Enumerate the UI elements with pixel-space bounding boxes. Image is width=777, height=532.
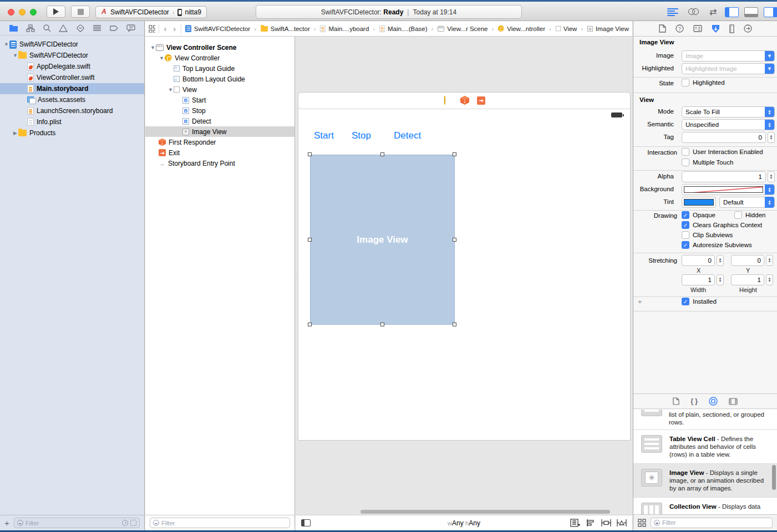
search-navigator-tab-icon[interactable] [43,24,51,32]
stretch-x-field[interactable]: 0 [682,255,715,266]
report-navigator-tab-icon[interactable] [126,24,135,32]
autoresize-subviews-checkbox[interactable]: ✓ [682,241,689,249]
library-item-table-view-partial[interactable]: list of plain, sectioned, or grouped row… [633,410,777,430]
disclosure-triangle-icon[interactable]: ▼ [3,42,9,47]
tree-item-infoplist[interactable]: Info.plist [0,116,144,127]
image-combo-box[interactable]: Image▼ [682,50,775,62]
resize-handle[interactable] [453,238,456,242]
resize-handle[interactable] [453,323,456,326]
resize-handle[interactable] [380,323,384,326]
add-file-button[interactable]: + [4,518,9,528]
opaque-checkbox[interactable]: ✓ [682,211,689,219]
tree-item-assets[interactable]: Assets.xcassets [0,94,144,105]
highlighted-combo-box[interactable]: Highlighted Image▼ [682,63,775,74]
alpha-field[interactable]: 1 [682,171,766,182]
outline-item-first-responder[interactable]: 1 First Responder [145,137,294,147]
exit-icon[interactable]: ⇥ [477,96,485,105]
tree-item-viewcontroller[interactable]: ViewController.swift [0,72,144,83]
disclosure-triangle-icon[interactable]: ▼ [150,45,156,50]
disclosure-triangle-icon[interactable]: ▶ [12,130,18,136]
outline-collapse-handle[interactable] [296,272,296,279]
version-editor-button[interactable]: ⇄ [709,8,717,16]
chevron-down-icon[interactable]: ▼ [765,50,774,62]
forward-button[interactable]: › [171,24,177,33]
stop-button[interactable] [71,6,90,18]
identity-inspector-tab-icon[interactable] [693,25,702,32]
outline-filter-field[interactable] [150,518,290,528]
outline-item-detect-button[interactable]: B Detect [145,116,294,126]
library-item-image-view[interactable]: ✳ Image View - Displays a single image, … [633,464,777,498]
installed-checkbox[interactable]: ✓ [682,298,689,305]
test-navigator-tab-icon[interactable] [76,24,85,33]
clears-graphics-context-checkbox[interactable]: ✓ [682,221,689,229]
library-filter-field[interactable] [651,518,773,528]
outline-filter-input[interactable] [161,520,287,526]
file-template-library-tab-icon[interactable] [673,397,679,405]
tint-color-well[interactable] [682,197,716,208]
zoom-window-button[interactable] [30,9,37,16]
stretch-x-stepper[interactable]: ▲▼ [717,255,724,266]
library-view-mode-icon[interactable] [638,519,646,527]
file-inspector-tab-icon[interactable] [659,24,666,33]
back-button[interactable]: ‹ [162,24,169,33]
outline-item-scene[interactable]: ▼ View Controller Scene [145,42,294,53]
breadcrumb-folder[interactable]: SwiftA...tector [260,25,310,32]
library-filter-input[interactable] [662,519,769,526]
standard-editor-button[interactable] [667,7,678,17]
resize-handle[interactable] [453,152,456,156]
resize-handle[interactable] [308,323,312,326]
horizontal-scrollbar[interactable] [360,510,610,514]
stretch-height-field[interactable]: 1 [731,274,764,285]
tree-item-group[interactable]: ▼ SwiftAVFCIDetector [0,50,144,61]
semantic-popup[interactable]: Unspecified▲▼ [682,119,775,130]
navigator-filter-input[interactable] [26,520,120,526]
outline-item-image-view[interactable]: ✳ Image View [145,126,294,137]
disclosure-triangle-icon[interactable]: ▼ [159,55,165,61]
quick-help-inspector-tab-icon[interactable]: ? [676,24,684,33]
user-interaction-checkbox[interactable] [682,148,689,156]
outline-item-start-button[interactable]: B Start [145,95,294,105]
run-button[interactable] [47,6,65,18]
library-item-collection-view[interactable]: Collection View - Displays data [633,498,777,514]
alpha-stepper[interactable]: ▲▼ [768,171,775,182]
attributes-inspector-tab-icon[interactable] [712,24,720,33]
stretch-y-field[interactable]: 0 [731,255,764,266]
breakpoint-navigator-tab-icon[interactable] [109,25,119,32]
tree-item-appdelegate[interactable]: AppDelegate.swift [0,61,144,72]
debug-navigator-tab-icon[interactable] [93,24,101,32]
breadcrumb-view[interactable]: View [555,25,577,32]
source-control-navigator-tab-icon[interactable] [26,24,35,32]
resize-handle[interactable] [308,152,312,156]
multiple-touch-checkbox[interactable] [682,158,689,166]
library-scrollbar[interactable] [772,465,776,490]
highlighted-state-checkbox[interactable] [682,79,689,86]
object-library-tab-icon[interactable] [709,397,718,406]
chevron-down-icon[interactable]: ▼ [765,63,774,74]
code-snippet-library-tab-icon[interactable]: { } [690,397,698,405]
background-color-well[interactable]: ▲▼ [682,184,775,195]
toggle-navigator-button[interactable] [725,7,739,17]
tree-item-products[interactable]: ▶ Products [0,127,144,139]
breadcrumb-storyboard-base[interactable]: Main....(Base) [379,25,428,33]
assistant-editor-button[interactable] [688,8,699,16]
updown-chevrons-icon[interactable]: ▲▼ [765,106,774,117]
storyboard-canvas[interactable]: 1 ⇥ Start Stop Detect Image View [296,37,632,515]
outline-item-view-controller[interactable]: ▼ View Controller [145,53,294,63]
size-inspector-tab-icon[interactable] [729,24,734,33]
canvas-image-view[interactable]: Image View [310,155,455,325]
disclosure-triangle-icon[interactable]: ▼ [12,53,18,58]
minimize-window-button[interactable] [19,9,26,16]
outline-item-bottom-layout-guide[interactable]: Bottom Layout Guide [145,74,294,84]
view-controller-scene[interactable]: 1 ⇥ Start Stop Detect Image View [298,92,631,441]
clip-subviews-checkbox[interactable] [682,231,689,239]
issue-navigator-tab-icon[interactable] [59,24,68,32]
outline-item-entry-point[interactable]: → Storyboard Entry Point [145,158,294,168]
view-controller-icon[interactable] [444,96,445,105]
outline-item-top-layout-guide[interactable]: Top Layout Guide [145,63,294,74]
toggle-debug-area-button[interactable] [744,7,758,17]
related-items-icon[interactable] [149,25,155,33]
media-library-tab-icon[interactable] [729,398,738,405]
stretch-width-field[interactable]: 1 [682,274,715,285]
library-item-table-view-cell[interactable]: Table View Cell - Defines the attributes… [633,430,777,464]
breadcrumb-storyboard[interactable]: Main....yboard [319,25,369,33]
